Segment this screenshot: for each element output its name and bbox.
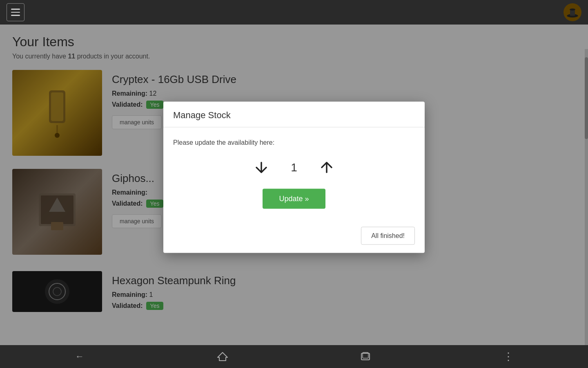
home-button[interactable] [213,347,232,366]
menu-button[interactable] [7,3,24,21]
decrease-quantity-button[interactable] [252,158,271,177]
main-content: Your Items You currently have 11 product… [0,25,588,345]
modal-body: Please update the availability here: 1 U… [163,128,425,222]
quantity-control: 1 [173,158,415,177]
manage-stock-modal: Manage Stock Please update the availabil… [163,102,425,253]
menu-line-2 [11,12,20,13]
menu-line-3 [11,15,20,16]
increase-quantity-button[interactable] [317,158,336,177]
modal-title: Manage Stock [173,110,415,121]
modal-instruction: Please update the availability here: [173,139,415,146]
top-bar [0,0,588,25]
back-button[interactable]: ← [70,347,89,366]
svg-point-2 [570,9,575,11]
avatar[interactable] [564,3,581,21]
svg-marker-14 [218,352,227,361]
more-options-button[interactable]: ⋮ [499,347,518,366]
quantity-value: 1 [286,161,302,174]
modal-header: Manage Stock [163,102,425,128]
bottom-nav-bar: ← ⋮ [0,345,588,368]
recents-button[interactable] [356,347,375,366]
update-button[interactable]: Update » [263,189,325,209]
all-finished-button[interactable]: All finished! [361,227,415,245]
menu-line-1 [11,9,20,10]
modal-footer: All finished! [163,222,425,253]
